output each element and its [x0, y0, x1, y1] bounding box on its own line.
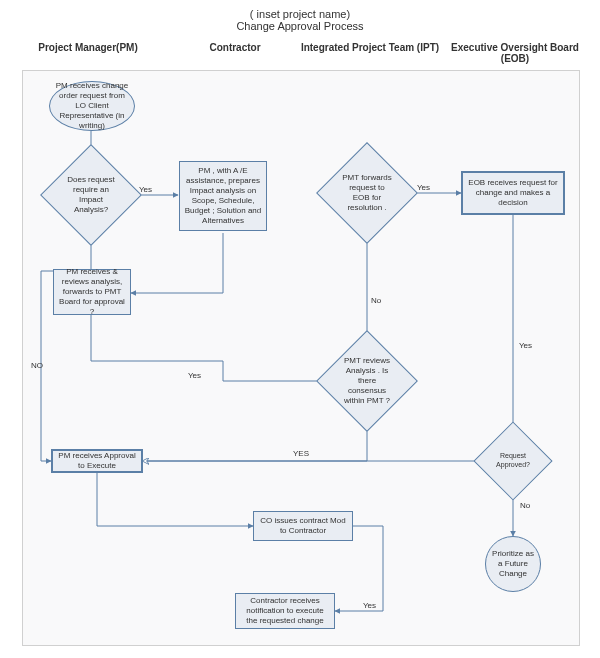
node-pm-reviews: PM receives & reviews analysis, forwards… [53, 269, 131, 315]
node-decision-approved: Request Approved? [485, 433, 541, 489]
node-decision-fwd-eob-label: PMT forwards request to EOB for resoluti… [331, 157, 403, 229]
flow-canvas: PM receives change order request from LO… [22, 70, 580, 646]
edge-no-1: No [371, 296, 381, 305]
edge-no-big: NO [31, 361, 43, 370]
lane-header-ipt: Integrated Project Team (IPT) [300, 42, 440, 53]
lane-header-contractor: Contractor [185, 42, 285, 53]
node-decision-consensus: PMT reviews Analysis . Is there consensu… [331, 345, 403, 417]
edge-yes-5: Yes [363, 601, 376, 610]
lane-header-eob: Executive Oversight Board (EOB) [450, 42, 580, 64]
edge-yes-1: Yes [139, 185, 152, 194]
node-decision-fwd-eob: PMT forwards request to EOB for resoluti… [331, 157, 403, 229]
edge-yes-big: YES [293, 449, 309, 458]
node-eob-review: EOB receives request for change and make… [461, 171, 565, 215]
node-approve-exec: PM receives Approval to Execute [51, 449, 143, 473]
node-decision-impact: Does request require an Impact Analysis? [55, 159, 127, 231]
title-line-1: ( inset project name) [250, 8, 350, 20]
title-line-2: Change Approval Process [236, 20, 363, 32]
node-notify: Contractor receives notification to exec… [235, 593, 335, 629]
page: ( inset project name) Change Approval Pr… [0, 0, 600, 658]
edge-yes-3: Yes [188, 371, 201, 380]
node-decision-consensus-label: PMT reviews Analysis . Is there consensu… [331, 345, 403, 417]
node-co-mod: CO issues contract Mod to Contractor [253, 511, 353, 541]
edge-no-2: No [520, 501, 530, 510]
node-decision-impact-label: Does request require an Impact Analysis? [55, 159, 127, 231]
lane-header-pm: Project Manager(PM) [28, 42, 148, 53]
edge-yes-4: Yes [519, 341, 532, 350]
node-impact-prep: PM , with A /E assistance, prepares Impa… [179, 161, 267, 231]
node-decision-approved-label: Request Approved? [485, 433, 541, 489]
node-start-terminator: PM receives change order request from LO… [49, 81, 135, 131]
diagram-title: ( inset project name) Change Approval Pr… [0, 8, 600, 32]
node-future-circle: Prioritize as a Future Change [485, 536, 541, 592]
edge-yes-2: Yes [417, 183, 430, 192]
